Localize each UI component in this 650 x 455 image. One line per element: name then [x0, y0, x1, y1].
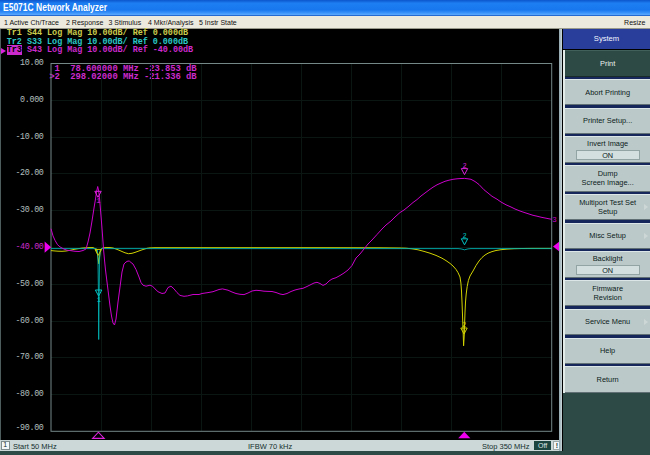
svg-text:3: 3 — [552, 216, 557, 224]
svg-text:2: 2 — [462, 321, 466, 329]
svg-text:1: 1 — [96, 197, 100, 205]
svg-text:1: 1 — [97, 296, 101, 304]
